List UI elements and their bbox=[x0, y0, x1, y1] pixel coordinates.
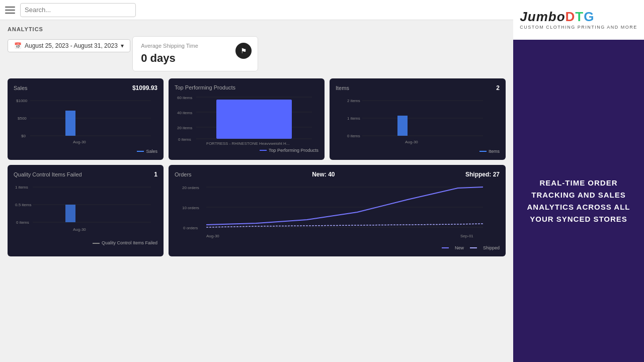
avg-shipping-title: Average Shipping Time bbox=[141, 43, 250, 49]
svg-text:20 items: 20 items bbox=[177, 126, 192, 130]
orders-shipped: Shipped: 27 bbox=[465, 171, 500, 178]
svg-text:20 orders: 20 orders bbox=[182, 186, 199, 190]
top-products-title: Top Performing Products bbox=[175, 84, 235, 90]
qc-card: Quality Control Items Failed 1 1 items 0… bbox=[8, 165, 164, 256]
logo: JumboDTG CUSTOM CLOTHING PRINTING AND MO… bbox=[520, 10, 637, 30]
orders-chart: 20 orders 10 orders 0 orders Aug-30 Sep-… bbox=[175, 182, 500, 242]
orders-title: Orders bbox=[175, 171, 192, 177]
logo-sub-text: CUSTOM CLOTHING PRINTING AND MORE bbox=[520, 25, 637, 30]
top-bar bbox=[0, 0, 513, 20]
items-legend-label: Items bbox=[489, 149, 500, 154]
qc-legend-label: Quality Control Items Failed bbox=[102, 240, 157, 245]
sales-legend-dot bbox=[137, 151, 144, 152]
chevron-down-icon: ▾ bbox=[121, 42, 124, 49]
qc-legend: Quality Control Items Failed bbox=[14, 240, 157, 245]
orders-shipped-label: Shipped bbox=[483, 245, 500, 250]
top-products-header: Top Performing Products bbox=[175, 84, 318, 90]
svg-text:0 items: 0 items bbox=[347, 134, 360, 138]
date-range-text: August 25, 2023 - August 31, 2023 bbox=[25, 42, 118, 49]
logo-jumbo-text: Jumbo bbox=[520, 9, 565, 24]
svg-text:0 items: 0 items bbox=[178, 137, 191, 142]
sales-chart: $1000 $500 $0 Aug-30 bbox=[14, 96, 157, 146]
content-area: ANALYTICS 📅 August 25, 2023 - August 31,… bbox=[0, 20, 513, 362]
svg-text:Sep-01: Sep-01 bbox=[460, 234, 473, 238]
orders-new-dot bbox=[442, 247, 449, 248]
logo-container: JumboDTG CUSTOM CLOTHING PRINTING AND MO… bbox=[513, 0, 644, 40]
analytics-label: ANALYTICS bbox=[8, 26, 506, 32]
svg-text:0 items: 0 items bbox=[16, 220, 29, 225]
orders-shipped-dot bbox=[470, 247, 477, 248]
svg-text:$500: $500 bbox=[18, 116, 27, 121]
charts-top-row: Sales $1099.93 $1000 $500 $0 Aug-30 Sa bbox=[8, 78, 506, 160]
svg-rect-25 bbox=[397, 116, 408, 136]
sales-legend: Sales bbox=[14, 149, 157, 154]
items-chart: 2 items 1 items 0 items Aug-30 bbox=[336, 96, 500, 146]
top-products-card: Top Performing Products 60 items 40 item… bbox=[169, 78, 325, 160]
svg-rect-33 bbox=[65, 205, 75, 222]
items-value: 2 bbox=[496, 84, 500, 92]
orders-new: New: 40 bbox=[312, 171, 335, 178]
svg-text:2 items: 2 items bbox=[347, 99, 360, 103]
date-range-button[interactable]: 📅 August 25, 2023 - August 31, 2023 ▾ bbox=[8, 39, 130, 52]
items-header: Items 2 bbox=[336, 84, 500, 92]
svg-rect-7 bbox=[65, 111, 75, 136]
svg-text:10 orders: 10 orders bbox=[182, 206, 199, 210]
charts-bottom-row: Quality Control Items Failed 1 1 items 0… bbox=[8, 165, 506, 256]
top-products-legend-label: Top Performing Products bbox=[269, 148, 318, 153]
svg-text:Aug-30: Aug-30 bbox=[405, 140, 418, 144]
qc-value: 1 bbox=[154, 171, 157, 178]
svg-text:Aug-30: Aug-30 bbox=[73, 140, 86, 144]
svg-text:$1000: $1000 bbox=[16, 99, 28, 103]
promo-section: REAL-TIME ORDER TRACKING AND SALES ANALY… bbox=[513, 40, 644, 362]
top-products-legend-dot bbox=[260, 150, 267, 151]
items-legend: Items bbox=[336, 149, 500, 154]
orders-header: Orders New: 40 Shipped: 27 bbox=[175, 171, 500, 178]
hamburger-menu[interactable] bbox=[5, 7, 15, 14]
svg-text:1 items: 1 items bbox=[15, 185, 28, 190]
svg-text:60 items: 60 items bbox=[177, 96, 192, 100]
svg-text:$0: $0 bbox=[21, 134, 26, 138]
items-title: Items bbox=[336, 85, 349, 91]
qc-legend-dot bbox=[93, 243, 100, 244]
logo-dtg-g: G bbox=[584, 9, 594, 24]
items-legend-dot bbox=[479, 151, 487, 152]
search-input[interactable] bbox=[20, 3, 136, 17]
svg-text:0.5 items: 0.5 items bbox=[15, 203, 31, 207]
svg-rect-16 bbox=[216, 100, 292, 139]
svg-text:Aug-30: Aug-30 bbox=[206, 234, 219, 238]
avg-shipping-value: 0 days bbox=[141, 52, 250, 65]
sales-value: $1099.93 bbox=[132, 84, 157, 92]
items-card: Items 2 2 items 1 items 0 items Aug-30 I… bbox=[330, 78, 506, 160]
qc-title: Quality Control Items Failed bbox=[14, 171, 82, 177]
sales-legend-label: Sales bbox=[146, 149, 157, 154]
sales-card: Sales $1099.93 $1000 $500 $0 Aug-30 Sa bbox=[8, 78, 164, 160]
svg-text:0 orders: 0 orders bbox=[183, 226, 198, 230]
right-panel: JumboDTG CUSTOM CLOTHING PRINTING AND MO… bbox=[513, 0, 644, 362]
top-products-chart: 60 items 40 items 20 items 0 items FORTR… bbox=[175, 95, 318, 145]
svg-text:1 items: 1 items bbox=[347, 116, 360, 121]
svg-text:FORTRESS - RHINESTONE Heavywei: FORTRESS - RHINESTONE Heavyweight H... bbox=[206, 141, 290, 145]
orders-card: Orders New: 40 Shipped: 27 20 orders 10 … bbox=[169, 165, 506, 256]
orders-new-label: New bbox=[455, 245, 464, 250]
qc-header: Quality Control Items Failed 1 bbox=[14, 171, 157, 178]
logo-text: JumboDTG bbox=[520, 10, 637, 23]
promo-text: REAL-TIME ORDER TRACKING AND SALES ANALY… bbox=[523, 177, 634, 225]
logo-dtg-t: T bbox=[575, 9, 584, 24]
sales-header: Sales $1099.93 bbox=[14, 84, 157, 92]
top-products-legend: Top Performing Products bbox=[175, 148, 318, 153]
avg-shipping-card: Average Shipping Time 0 days ⚑ bbox=[132, 36, 258, 71]
orders-legend: New Shipped bbox=[175, 245, 500, 250]
qc-chart: 1 items 0.5 items 0 items Aug-30 bbox=[14, 182, 157, 237]
logo-dtg-d: D bbox=[566, 9, 576, 24]
sales-title: Sales bbox=[14, 85, 28, 91]
calendar-icon: 📅 bbox=[14, 42, 22, 49]
svg-text:40 items: 40 items bbox=[177, 111, 192, 115]
svg-text:Aug-30: Aug-30 bbox=[73, 227, 86, 232]
